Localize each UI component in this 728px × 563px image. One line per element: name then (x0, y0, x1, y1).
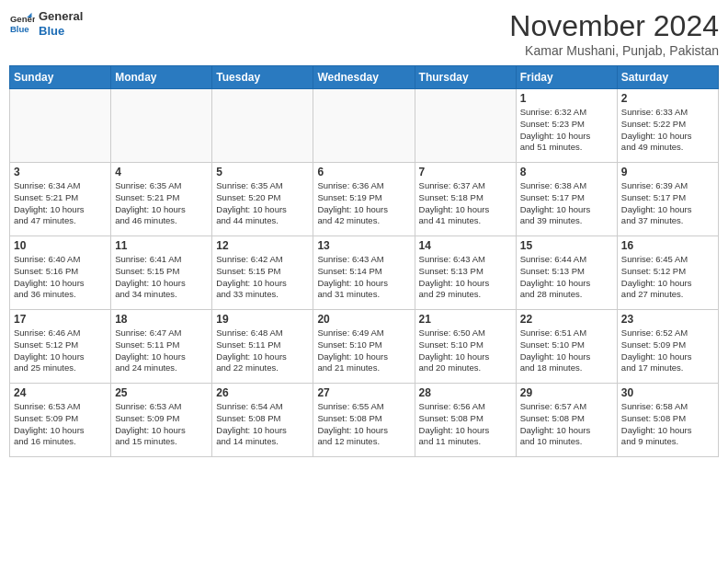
day-number: 7 (419, 166, 512, 178)
day-info: Sunrise: 6:43 AM Sunset: 5:13 PM Dayligh… (419, 254, 512, 301)
day-number: 22 (520, 313, 613, 326)
calendar-cell (212, 89, 313, 163)
day-number: 6 (317, 166, 410, 178)
calendar-cell: 22Sunrise: 6:51 AM Sunset: 5:10 PM Dayli… (516, 310, 617, 384)
logo: General Blue General Blue (9, 9, 83, 38)
weekday-header-saturday: Saturday (617, 66, 718, 89)
weekday-row: SundayMondayTuesdayWednesdayThursdayFrid… (10, 66, 719, 89)
day-number: 23 (621, 313, 714, 326)
day-info: Sunrise: 6:56 AM Sunset: 5:08 PM Dayligh… (419, 401, 512, 448)
calendar-cell: 15Sunrise: 6:44 AM Sunset: 5:13 PM Dayli… (516, 236, 617, 310)
day-info: Sunrise: 6:40 AM Sunset: 5:16 PM Dayligh… (14, 254, 107, 301)
calendar-cell: 23Sunrise: 6:52 AM Sunset: 5:09 PM Dayli… (617, 310, 718, 384)
day-number: 25 (115, 386, 208, 399)
title-block: November 2024 Kamar Mushani, Punjab, Pak… (509, 9, 719, 58)
calendar-week-3: 10Sunrise: 6:40 AM Sunset: 5:16 PM Dayli… (10, 236, 719, 310)
weekday-header-wednesday: Wednesday (313, 66, 415, 89)
day-number: 21 (419, 313, 512, 326)
day-info: Sunrise: 6:35 AM Sunset: 5:21 PM Dayligh… (115, 180, 208, 227)
calendar-cell: 17Sunrise: 6:46 AM Sunset: 5:12 PM Dayli… (10, 310, 111, 384)
day-number: 15 (520, 239, 613, 252)
day-info: Sunrise: 6:38 AM Sunset: 5:17 PM Dayligh… (520, 180, 613, 227)
calendar-cell: 29Sunrise: 6:57 AM Sunset: 5:08 PM Dayli… (516, 384, 617, 457)
calendar-cell: 18Sunrise: 6:47 AM Sunset: 5:11 PM Dayli… (111, 310, 212, 384)
day-number: 4 (115, 166, 208, 178)
day-info: Sunrise: 6:50 AM Sunset: 5:10 PM Dayligh… (419, 327, 512, 374)
calendar-cell: 5Sunrise: 6:35 AM Sunset: 5:20 PM Daylig… (212, 163, 313, 236)
calendar-week-1: 1Sunrise: 6:32 AM Sunset: 5:23 PM Daylig… (10, 89, 719, 163)
weekday-header-monday: Monday (111, 66, 212, 89)
calendar-header: SundayMondayTuesdayWednesdayThursdayFrid… (10, 66, 719, 89)
calendar-table: SundayMondayTuesdayWednesdayThursdayFrid… (9, 65, 719, 457)
calendar-cell: 13Sunrise: 6:43 AM Sunset: 5:14 PM Dayli… (313, 236, 415, 310)
day-number: 14 (419, 239, 512, 252)
calendar-cell: 12Sunrise: 6:42 AM Sunset: 5:15 PM Dayli… (212, 236, 313, 310)
weekday-header-sunday: Sunday (10, 66, 111, 89)
svg-text:Blue: Blue (10, 23, 29, 33)
day-info: Sunrise: 6:54 AM Sunset: 5:08 PM Dayligh… (216, 401, 309, 448)
day-number: 24 (14, 386, 107, 399)
day-number: 13 (317, 239, 410, 252)
calendar-cell (10, 89, 111, 163)
calendar-week-2: 3Sunrise: 6:34 AM Sunset: 5:21 PM Daylig… (10, 163, 719, 236)
weekday-header-tuesday: Tuesday (212, 66, 313, 89)
day-number: 8 (520, 166, 613, 178)
calendar-week-5: 24Sunrise: 6:53 AM Sunset: 5:09 PM Dayli… (10, 384, 719, 457)
day-info: Sunrise: 6:42 AM Sunset: 5:15 PM Dayligh… (216, 254, 309, 301)
day-info: Sunrise: 6:37 AM Sunset: 5:18 PM Dayligh… (419, 180, 512, 227)
day-number: 2 (621, 92, 714, 105)
calendar-cell: 8Sunrise: 6:38 AM Sunset: 5:17 PM Daylig… (516, 163, 617, 236)
day-number: 10 (14, 239, 107, 252)
day-number: 1 (520, 92, 613, 105)
day-number: 27 (317, 386, 410, 399)
day-info: Sunrise: 6:44 AM Sunset: 5:13 PM Dayligh… (520, 254, 613, 301)
calendar-cell: 26Sunrise: 6:54 AM Sunset: 5:08 PM Dayli… (212, 384, 313, 457)
day-number: 5 (216, 166, 309, 178)
calendar-cell: 7Sunrise: 6:37 AM Sunset: 5:18 PM Daylig… (415, 163, 516, 236)
day-info: Sunrise: 6:47 AM Sunset: 5:11 PM Dayligh… (115, 327, 208, 374)
day-info: Sunrise: 6:46 AM Sunset: 5:12 PM Dayligh… (14, 327, 107, 374)
calendar-body: 1Sunrise: 6:32 AM Sunset: 5:23 PM Daylig… (10, 89, 719, 457)
day-number: 9 (621, 166, 714, 178)
day-number: 18 (115, 313, 208, 326)
day-info: Sunrise: 6:53 AM Sunset: 5:09 PM Dayligh… (115, 401, 208, 448)
day-number: 26 (216, 386, 309, 399)
day-number: 20 (317, 313, 410, 326)
calendar-cell (111, 89, 212, 163)
day-number: 19 (216, 313, 309, 326)
day-number: 29 (520, 386, 613, 399)
calendar-cell: 20Sunrise: 6:49 AM Sunset: 5:10 PM Dayli… (313, 310, 415, 384)
day-info: Sunrise: 6:32 AM Sunset: 5:23 PM Dayligh… (520, 107, 613, 154)
page-header: General Blue General Blue November 2024 … (9, 9, 719, 58)
day-number: 12 (216, 239, 309, 252)
location: Kamar Mushani, Punjab, Pakistan (509, 43, 719, 58)
day-info: Sunrise: 6:36 AM Sunset: 5:19 PM Dayligh… (317, 180, 410, 227)
day-number: 11 (115, 239, 208, 252)
day-number: 30 (621, 386, 714, 399)
calendar-cell: 19Sunrise: 6:48 AM Sunset: 5:11 PM Dayli… (212, 310, 313, 384)
day-info: Sunrise: 6:45 AM Sunset: 5:12 PM Dayligh… (621, 254, 714, 301)
month-title: November 2024 (509, 9, 719, 43)
calendar-cell (313, 89, 415, 163)
day-number: 17 (14, 313, 107, 326)
day-number: 3 (14, 166, 107, 178)
calendar-cell: 25Sunrise: 6:53 AM Sunset: 5:09 PM Dayli… (111, 384, 212, 457)
calendar-cell: 28Sunrise: 6:56 AM Sunset: 5:08 PM Dayli… (415, 384, 516, 457)
day-info: Sunrise: 6:51 AM Sunset: 5:10 PM Dayligh… (520, 327, 613, 374)
calendar-cell: 21Sunrise: 6:50 AM Sunset: 5:10 PM Dayli… (415, 310, 516, 384)
weekday-header-friday: Friday (516, 66, 617, 89)
logo-text: General Blue (39, 9, 83, 38)
calendar-cell (415, 89, 516, 163)
day-info: Sunrise: 6:34 AM Sunset: 5:21 PM Dayligh… (14, 180, 107, 227)
day-info: Sunrise: 6:43 AM Sunset: 5:14 PM Dayligh… (317, 254, 410, 301)
calendar-cell: 3Sunrise: 6:34 AM Sunset: 5:21 PM Daylig… (10, 163, 111, 236)
calendar-cell: 24Sunrise: 6:53 AM Sunset: 5:09 PM Dayli… (10, 384, 111, 457)
calendar-cell: 2Sunrise: 6:33 AM Sunset: 5:22 PM Daylig… (617, 89, 718, 163)
calendar-cell: 11Sunrise: 6:41 AM Sunset: 5:15 PM Dayli… (111, 236, 212, 310)
calendar-cell: 6Sunrise: 6:36 AM Sunset: 5:19 PM Daylig… (313, 163, 415, 236)
day-info: Sunrise: 6:58 AM Sunset: 5:08 PM Dayligh… (621, 401, 714, 448)
calendar-cell: 1Sunrise: 6:32 AM Sunset: 5:23 PM Daylig… (516, 89, 617, 163)
day-number: 28 (419, 386, 512, 399)
day-info: Sunrise: 6:33 AM Sunset: 5:22 PM Dayligh… (621, 107, 714, 154)
day-info: Sunrise: 6:35 AM Sunset: 5:20 PM Dayligh… (216, 180, 309, 227)
